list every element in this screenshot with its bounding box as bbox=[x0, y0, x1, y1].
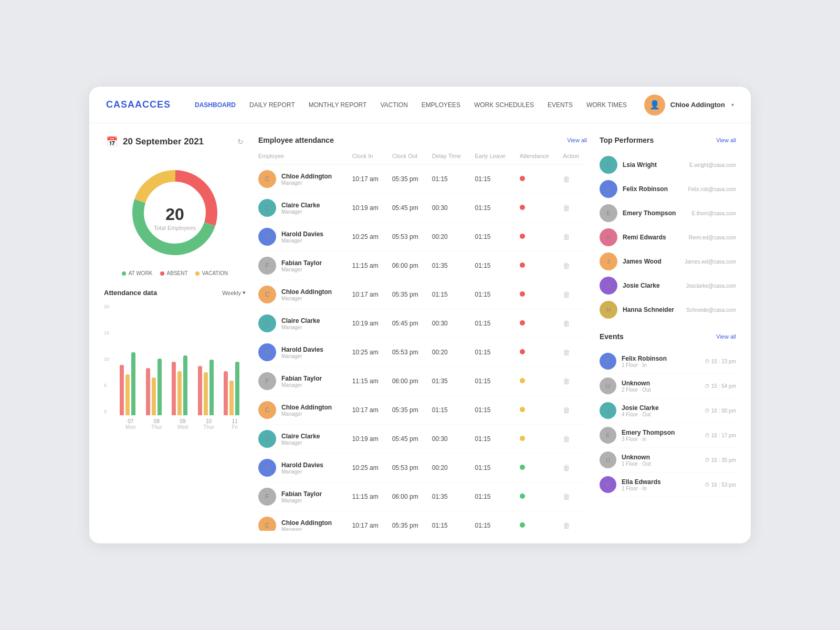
delete-icon[interactable]: 🗑 bbox=[563, 377, 570, 385]
employee-role: Manager bbox=[281, 180, 332, 186]
delete-icon[interactable]: 🗑 bbox=[563, 290, 570, 299]
employee-cell: FFabian TaylorManager bbox=[258, 367, 348, 396]
event-time: ⏱ 16 : 00 pm bbox=[705, 408, 736, 414]
performer-email: E.wright@casa.com bbox=[689, 162, 736, 168]
performer-name: Emery Thompson bbox=[623, 209, 686, 217]
employee-cell: FFabian TaylorManager bbox=[258, 251, 348, 280]
performer-email: Felix.rob@casa.com bbox=[688, 186, 736, 192]
clock-out: 05:35 pm bbox=[388, 280, 428, 309]
bar-green bbox=[158, 359, 162, 415]
event-sub: 2 Floor · Out bbox=[622, 387, 699, 393]
clock-out: 05:35 pm bbox=[388, 396, 428, 425]
nav-item-monthly-report[interactable]: MONTHLY REPORT bbox=[303, 98, 372, 112]
nav-item-daily-report[interactable]: DAILY REPORT bbox=[244, 98, 300, 112]
employee-role: Manager bbox=[281, 382, 322, 388]
delete-icon[interactable]: 🗑 bbox=[563, 521, 570, 530]
left-panel: 📅 20 September 2021 ↻ 20 Total Employ bbox=[104, 136, 246, 531]
employee-cell: CClaire ClarkeManager bbox=[258, 194, 348, 223]
status-dot bbox=[520, 407, 525, 412]
status-dot bbox=[520, 465, 525, 470]
bar-chart-container: Attendance data Weekly ▾ 20151050 07Mon bbox=[104, 289, 246, 430]
nav-item-employees[interactable]: EMPLOYEES bbox=[416, 98, 466, 112]
status-dot bbox=[520, 291, 525, 297]
nav-item-work-times[interactable]: WORK TIMES bbox=[581, 98, 632, 112]
delay-time: 01:35 bbox=[428, 251, 471, 280]
delete-icon[interactable]: 🗑 bbox=[563, 348, 570, 356]
clock-in: 11:15 am bbox=[348, 482, 388, 511]
attendance-status bbox=[516, 511, 559, 531]
early-leave: 01:15 bbox=[471, 280, 516, 309]
nav-item-events[interactable]: EVENTS bbox=[542, 98, 578, 112]
bar-group bbox=[146, 359, 168, 415]
action-cell: 🗑 bbox=[559, 367, 587, 396]
employee-cell: HHarold DaviesManager bbox=[258, 223, 348, 251]
status-dot bbox=[520, 436, 525, 441]
performer-avatar: J bbox=[600, 277, 617, 295]
employee-cell: CChloe AddingtonManager bbox=[258, 280, 348, 309]
status-dot bbox=[520, 176, 525, 181]
event-name: Unknown bbox=[622, 380, 699, 387]
attendance-status bbox=[516, 309, 559, 338]
delete-icon[interactable]: 🗑 bbox=[563, 233, 570, 241]
delete-icon[interactable]: 🗑 bbox=[563, 435, 570, 443]
delete-icon[interactable]: 🗑 bbox=[563, 175, 570, 183]
performer-avatar: F bbox=[600, 180, 617, 198]
employee-name: Fabian Taylor bbox=[281, 375, 322, 382]
refresh-icon[interactable]: ↻ bbox=[237, 138, 244, 146]
employee-cell: CChloe AddingtonManager bbox=[258, 511, 348, 531]
user-dropdown-icon[interactable]: ▾ bbox=[731, 102, 734, 108]
clock-in: 11:15 am bbox=[348, 251, 388, 280]
employee-name: Claire Clarke bbox=[281, 202, 320, 209]
clock-out: 05:45 pm bbox=[388, 194, 428, 223]
logo: CASAACCES bbox=[106, 99, 171, 110]
early-leave: 01:15 bbox=[471, 309, 516, 338]
bar-yellow bbox=[177, 371, 182, 415]
event-item: J Josie Clarke 4 Floor · Out ⏱ 16 : 00 p… bbox=[600, 398, 736, 423]
weekly-filter[interactable]: Weekly ▾ bbox=[222, 289, 246, 296]
bar-green bbox=[183, 355, 187, 415]
performer-name: Remi Edwards bbox=[623, 234, 684, 241]
performer-item: L Lsia Wright E.wright@casa.com bbox=[600, 153, 736, 177]
delete-icon[interactable]: 🗑 bbox=[563, 492, 570, 501]
table-row: CChloe AddingtonManager10:17 am05:35 pm0… bbox=[258, 396, 587, 425]
delete-icon[interactable]: 🗑 bbox=[563, 406, 570, 414]
bar-chart: 20151050 07Mon08Thur09Wed10Thur11Fri bbox=[104, 304, 246, 430]
attendance-status bbox=[516, 396, 559, 425]
nav-item-dashboard[interactable]: DASHBOARD bbox=[190, 98, 241, 112]
bar-green bbox=[131, 352, 135, 415]
employee-cell: HHarold DaviesManager bbox=[258, 338, 348, 367]
attendance-status bbox=[516, 251, 559, 280]
table-body: CChloe AddingtonManager10:17 am05:35 pm0… bbox=[258, 165, 587, 531]
user-avatar: 👤 bbox=[644, 94, 665, 116]
delete-icon[interactable]: 🗑 bbox=[563, 464, 570, 472]
table-row: HHarold DaviesManager10:25 am05:53 pm00:… bbox=[258, 454, 587, 482]
action-cell: 🗑 bbox=[559, 454, 587, 482]
action-cell: 🗑 bbox=[559, 309, 587, 338]
delete-icon[interactable]: 🗑 bbox=[563, 261, 570, 270]
event-avatar: E bbox=[600, 427, 616, 444]
nav-item-work-schedules[interactable]: WORK SCHEDULES bbox=[469, 98, 539, 112]
table-col-clock-in: Clock In bbox=[348, 153, 388, 165]
clock-out: 06:00 pm bbox=[388, 251, 428, 280]
employee-avatar: H bbox=[258, 459, 276, 477]
performers-view-all[interactable]: View all bbox=[716, 137, 736, 143]
clock-in: 10:17 am bbox=[348, 511, 388, 531]
event-avatar: J bbox=[600, 402, 616, 419]
header: CASAACCES DASHBOARDDAILY REPORTMONTHLY R… bbox=[89, 87, 751, 123]
y-label: 5 bbox=[104, 383, 109, 388]
nav-item-vaction[interactable]: VACTION bbox=[375, 98, 413, 112]
status-dot bbox=[520, 494, 525, 499]
employee-avatar: C bbox=[258, 286, 276, 303]
events-list: F Felix Robinson 1 Floor · In ⏱ 15 : 23 … bbox=[600, 349, 736, 497]
employee-name: Harold Davies bbox=[281, 230, 323, 238]
performer-avatar: L bbox=[600, 156, 617, 174]
events-view-all[interactable]: View all bbox=[716, 333, 736, 340]
delete-icon[interactable]: 🗑 bbox=[563, 319, 570, 328]
donut-chart: 20 Total Employees AT WORKABSENTVACATION bbox=[104, 160, 246, 276]
clock-icon: ⏱ bbox=[705, 433, 710, 438]
total-employees-number: 20 bbox=[154, 206, 196, 223]
employee-avatar: C bbox=[258, 430, 276, 448]
delete-icon[interactable]: 🗑 bbox=[563, 204, 570, 212]
employee-name: Chloe Addington bbox=[281, 288, 332, 296]
attendance-view-all[interactable]: View all bbox=[567, 137, 587, 143]
